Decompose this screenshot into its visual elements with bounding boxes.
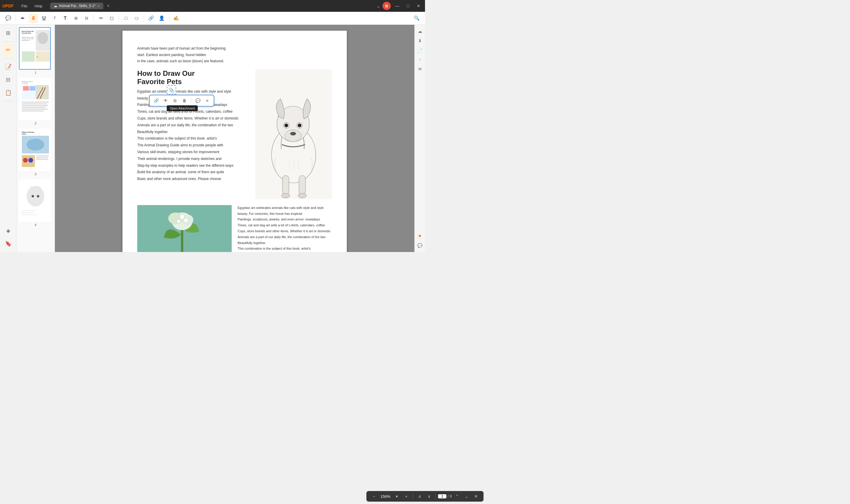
att-delete-btn[interactable]: 🗑 (180, 96, 188, 105)
svg-text:beginning start.: beginning start. (22, 39, 30, 41)
comment-btn[interactable]: 💬 (3, 14, 13, 23)
download-btn[interactable]: ⬇ (416, 37, 424, 45)
text-large-btn[interactable]: T (60, 14, 70, 23)
open-attachment-label: Open Attachment (167, 105, 198, 111)
user-avatar[interactable]: B (382, 2, 391, 10)
svg-point-66 (180, 215, 184, 219)
svg-rect-26 (22, 109, 48, 110)
underline-btn[interactable]: U (39, 14, 49, 23)
pdf-heading: How to Draw Our Favorite Pets (137, 69, 249, 86)
bookmark-btn[interactable]: 🔖 (2, 238, 14, 250)
svg-text:my daily life.: my daily life. (22, 82, 28, 84)
annotation-btn[interactable]: 📝 (2, 61, 14, 73)
cloud-sync-btn[interactable]: ☁ (416, 27, 424, 35)
pdf-intro-text: Animals have been part of human art from… (137, 46, 332, 65)
bottom-line-7: This combination is the subject of this … (238, 246, 332, 252)
save-btn[interactable]: ✦ (416, 232, 424, 240)
attachment-icon[interactable]: 📎 (167, 85, 176, 95)
svg-text:Styles: Styles (22, 133, 26, 135)
svg-point-59 (282, 193, 290, 198)
attachment-popup: 📎 🔗 👁 ⧉ 🗑 💬 ≡ Open Attachment (167, 85, 176, 95)
tab-bar: ☁ Animal Pai...Skills_5-1* ✕ + (50, 2, 374, 10)
pdf-page: Animals have been part of human art from… (123, 31, 347, 252)
chevron-icon[interactable]: ⌄ (376, 3, 380, 9)
shape-ellipse-btn[interactable]: ⬭ (132, 14, 141, 23)
svg-point-54 (285, 124, 288, 127)
att-sep (191, 98, 191, 104)
bottom-line-6: Beautifully together. (238, 240, 332, 246)
svg-rect-22 (22, 102, 49, 103)
thumbnail-page-4[interactable]: ▬▬▬▬▬▬▬▬▬▬▬▬ ▬▬▬▬▬▬▬▬▬▬ ▬▬▬▬▬▬▬▬▬▬▬▬▬ 4 (19, 179, 52, 227)
att-copy-btn[interactable]: ⧉ (171, 96, 179, 105)
minimize-btn[interactable]: — (393, 2, 401, 10)
svg-rect-36 (36, 155, 49, 156)
pdf-bottom-text-col: Egyptian art celebrates animals like cat… (238, 205, 332, 252)
body-line-7: This combination is the subject of this … (137, 135, 249, 142)
window-controls: ⌄ B — □ ✕ (376, 2, 423, 10)
app-logo: UPDF (2, 3, 14, 8)
stamp-btn[interactable]: 👤 (157, 14, 166, 23)
pdf-text-column: How to Draw Our Favorite Pets Egyptian a… (137, 69, 249, 199)
tab-close-btn[interactable]: ✕ (97, 4, 100, 8)
sep-l2 (3, 58, 13, 58)
share-btn[interactable]: ↑ (416, 55, 424, 64)
extract-btn[interactable]: 📋 (2, 87, 14, 98)
text-small-btn[interactable]: T (50, 14, 59, 23)
link-btn[interactable]: 🔗 (146, 14, 156, 23)
thumb-img-1: How to Draw Our Favorite Pets Animals ha… (19, 27, 51, 70)
highlight-btn[interactable]: ✏ (18, 14, 28, 23)
sep1 (15, 15, 16, 22)
thumbnail-view-btn[interactable]: ⊞ (2, 27, 14, 39)
pages-btn[interactable]: ⊟ (2, 74, 14, 86)
field-btn[interactable]: ⊞ (71, 14, 80, 23)
new-tab-btn[interactable]: + (105, 2, 112, 10)
chat-btn[interactable]: 💬 (416, 241, 424, 250)
svg-rect-9 (22, 51, 35, 62)
att-props-btn[interactable]: ≡ (203, 96, 211, 105)
maximize-btn[interactable]: □ (404, 2, 412, 10)
thumbnail-panel: How to Draw Our Favorite Pets Animals ha… (17, 25, 55, 252)
svg-text:Favorite Pets: Favorite Pets (22, 32, 31, 34)
pdf-content-area[interactable]: Animals have been part of human art from… (55, 25, 414, 252)
sign-btn[interactable]: ✍ (171, 14, 181, 23)
eraser-btn[interactable]: ◻ (107, 14, 116, 23)
bottom-line-3: Times, cat and dog art sells a lot of t-… (238, 222, 332, 228)
body-line-13: Basic and other more advanced ones. Plea… (137, 176, 249, 182)
att-preview-btn[interactable]: 👁 (161, 96, 170, 105)
field2-btn[interactable]: ⊟ (82, 14, 91, 23)
main-layout: ⊞ ✏ 📝 ⊟ 📋 ◈ 🔖 How to Draw Our Favorite P… (0, 25, 425, 252)
att-open-btn[interactable]: 🔗 (152, 96, 160, 105)
thumbnail-page-1[interactable]: How to Draw Our Favorite Pets Animals ha… (19, 27, 52, 74)
svg-point-68 (184, 218, 188, 222)
svg-point-51 (285, 130, 301, 142)
menu-help[interactable]: Help (32, 3, 46, 10)
strikethrough-btn[interactable]: S (29, 14, 38, 23)
thumb-label-1: 1 (19, 71, 52, 74)
svg-point-67 (177, 219, 180, 223)
dog-sketch-image (255, 69, 332, 199)
svg-point-44 (37, 195, 39, 197)
thumbnail-page-2[interactable]: Animals are a part of my daily life. (19, 78, 52, 125)
close-btn[interactable]: ✕ (414, 2, 423, 10)
svg-point-60 (298, 193, 306, 198)
thumbnail-page-3[interactable]: Different Painting Styles 3 (19, 129, 52, 176)
tab-cloud-icon: ☁ (54, 4, 57, 8)
email-btn[interactable]: ✉ (416, 65, 424, 73)
svg-point-52 (290, 132, 296, 136)
svg-point-42 (37, 186, 41, 192)
right-sidebar: ☁ ⬇ 📄 ↑ ✉ ✦ 💬 (414, 25, 425, 252)
att-comment-btn[interactable]: 💬 (194, 96, 202, 105)
body-line-6: Beautifully together. (137, 129, 249, 136)
pencil-btn[interactable]: ✏ (96, 14, 106, 23)
shape-rect-btn[interactable]: □ (121, 14, 131, 23)
search-btn[interactable]: 🔍 (412, 14, 421, 23)
svg-point-40 (26, 186, 44, 206)
layers-btn[interactable]: ◈ (2, 225, 14, 237)
plant-image (137, 205, 232, 252)
print-btn[interactable]: 📄 (416, 46, 424, 54)
thumb-label-4: 4 (19, 223, 52, 227)
active-tab[interactable]: ☁ Animal Pai...Skills_5-1* ✕ (50, 3, 103, 9)
titlebar: UPDF File Help ☁ Animal Pai...Skills_5-1… (0, 0, 425, 12)
menu-file[interactable]: File (18, 3, 31, 10)
edit-tool-btn[interactable]: ✏ (2, 44, 14, 56)
